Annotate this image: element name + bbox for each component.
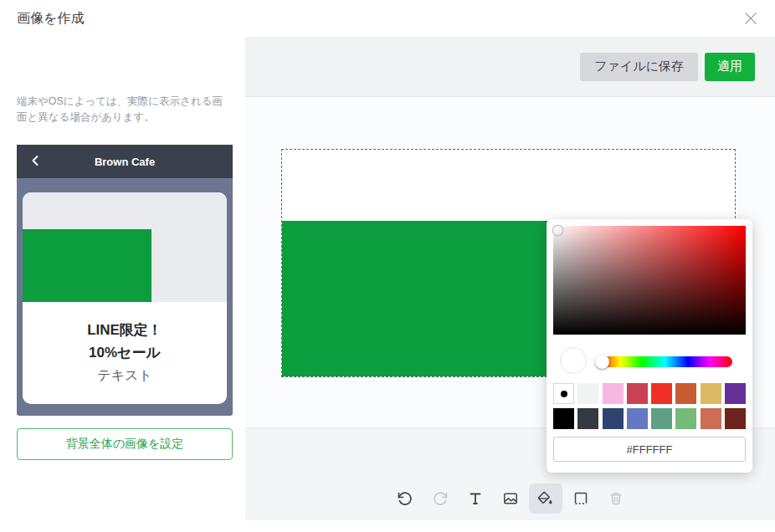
hex-color-input[interactable] <box>553 437 746 462</box>
editor-toolbar <box>245 483 775 514</box>
preview-disclaimer: 端末やOSによっては、実際に表示される画面と異なる場合があります。 <box>17 94 233 126</box>
dialog-titlebar: 画像を作成 <box>0 0 775 37</box>
image-tool-button[interactable] <box>494 483 527 514</box>
save-to-file-button[interactable]: ファイルに保存 <box>580 53 698 81</box>
apply-button[interactable]: 適用 <box>705 53 755 81</box>
gradient-selector-ring[interactable] <box>552 225 563 236</box>
color-swatch[interactable] <box>627 383 648 404</box>
rich-message-card: LINE限定！ 10%セール テキスト <box>23 192 227 404</box>
color-swatch[interactable] <box>675 408 696 429</box>
card-text-line1: LINE限定！ <box>87 321 162 340</box>
color-swatch[interactable] <box>603 408 624 429</box>
color-swatch[interactable] <box>701 408 721 429</box>
color-swatch[interactable] <box>553 408 574 429</box>
phone-chat-header: Brown Cafe <box>17 145 233 178</box>
back-chevron-icon <box>30 155 40 166</box>
editor-header: ファイルに保存 適用 <box>245 37 775 97</box>
card-image-preview <box>23 229 151 302</box>
color-swatch[interactable] <box>577 383 598 404</box>
text-tool-button[interactable] <box>459 483 492 514</box>
color-picker-popup <box>547 219 752 473</box>
close-icon[interactable] <box>742 9 760 28</box>
dialog-title: 画像を作成 <box>17 10 84 28</box>
create-image-dialog: 画像を作成 端末やOSによっては、実際に表示される画面と異なる場合があります。 … <box>0 0 775 532</box>
color-swatch[interactable] <box>627 408 648 429</box>
current-color-preview <box>560 347 587 374</box>
card-image-placeholder <box>23 192 227 302</box>
color-swatch[interactable] <box>603 383 624 404</box>
color-swatch[interactable] <box>675 383 696 404</box>
color-swatch[interactable] <box>553 383 574 404</box>
phone-chat-body: LINE限定！ 10%セール テキスト <box>17 178 233 416</box>
hue-slider[interactable] <box>598 356 732 367</box>
set-background-image-button[interactable]: 背景全体の画像を設定 <box>17 428 233 460</box>
select-tool-button[interactable] <box>564 483 598 514</box>
redo-button[interactable] <box>423 483 457 514</box>
chat-title: Brown Cafe <box>95 156 155 168</box>
delete-button[interactable] <box>599 483 633 514</box>
preview-sidebar: 端末やOSによっては、実際に表示される画面と異なる場合があります。 Brown … <box>0 37 245 520</box>
saturation-value-gradient[interactable] <box>553 226 746 335</box>
color-swatch[interactable] <box>651 383 672 404</box>
color-swatch[interactable] <box>725 383 746 404</box>
swatch-row-2 <box>553 408 746 429</box>
fill-tool-button[interactable] <box>529 483 562 514</box>
color-swatch[interactable] <box>577 408 598 429</box>
card-text-area: LINE限定！ 10%セール テキスト <box>23 302 227 404</box>
color-swatch[interactable] <box>725 408 746 429</box>
color-swatch[interactable] <box>701 383 721 404</box>
phone-preview: Brown Cafe LINE限定！ 10%セール テキスト <box>17 145 233 416</box>
card-text-line3: テキスト <box>97 366 152 385</box>
swatch-row-1 <box>553 383 746 404</box>
undo-button[interactable] <box>388 483 422 514</box>
card-text-line2: 10%セール <box>89 344 161 363</box>
color-swatch[interactable] <box>651 408 672 429</box>
hue-slider-thumb[interactable] <box>595 355 609 369</box>
